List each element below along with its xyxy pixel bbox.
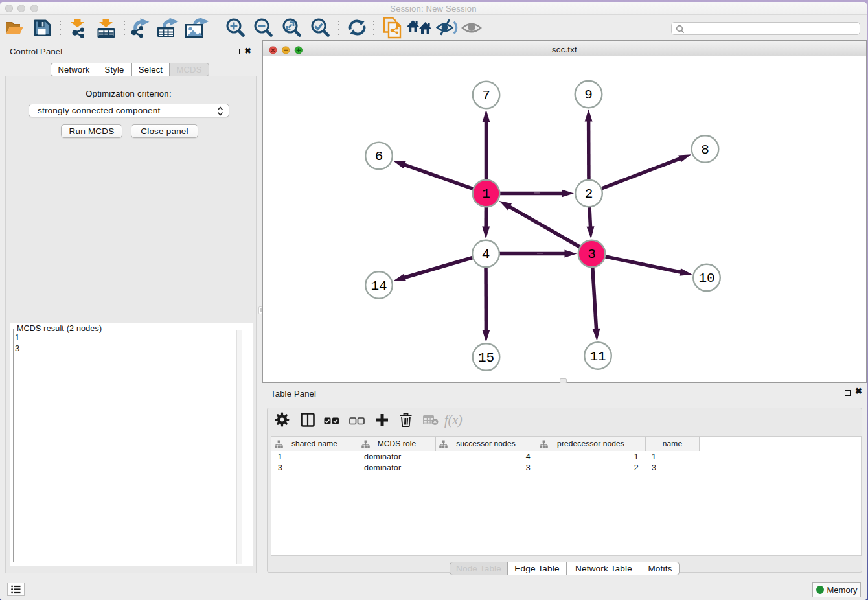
svg-text:7: 7 — [482, 88, 490, 103]
svg-text:10: 10 — [698, 271, 714, 286]
svg-text:3: 3 — [588, 247, 596, 262]
svg-text:11: 11 — [589, 349, 606, 364]
svg-text:14: 14 — [371, 279, 387, 294]
svg-text:15: 15 — [478, 351, 494, 365]
svg-text:9: 9 — [584, 87, 593, 102]
svg-text:8: 8 — [701, 143, 709, 157]
svg-text:4: 4 — [482, 247, 490, 262]
svg-text:2: 2 — [585, 187, 593, 202]
svg-text:1: 1 — [482, 187, 490, 202]
svg-text:6: 6 — [375, 149, 383, 164]
